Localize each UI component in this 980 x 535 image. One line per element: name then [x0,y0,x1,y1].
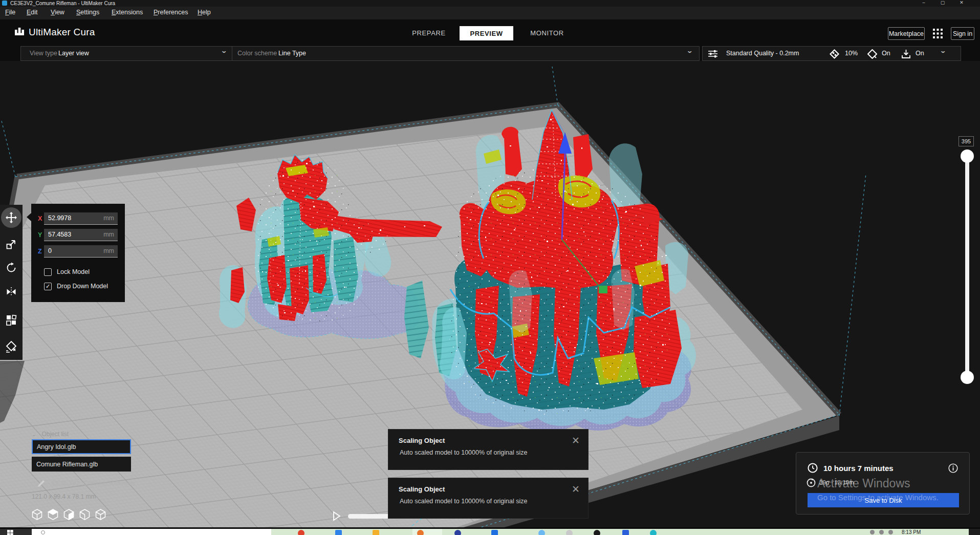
z-position-field[interactable]: 0 mm [44,245,118,258]
marketplace-button[interactable]: Marketplace [888,27,925,40]
edit-pencil-icon [37,479,46,487]
lock-model-row[interactable]: Lock Model [44,267,90,276]
taskbar-app-icon[interactable] [335,530,342,535]
tray-icon[interactable] [888,530,893,534]
apps-grid-icon[interactable] [932,28,943,39]
ultimaker-logo-icon [14,27,25,38]
toast-close-icon[interactable]: ✕ [572,483,580,495]
taskbar-app-icon[interactable] [650,530,657,535]
printer-name: CE3E3V2_Comune Rifleman [52,480,135,487]
scale-tool-button[interactable] [0,233,23,255]
taskbar-app-icon[interactable] [454,530,461,535]
support-icon [867,49,877,59]
view-type-value[interactable]: Layer view [58,50,89,57]
tab-prepare[interactable]: PREPARE [412,29,445,37]
view-toolbar: View type Layer view ⌄ Color scheme Line… [0,46,980,61]
drop-down-model-row[interactable]: ✓ Drop Down Model [44,282,108,291]
infill-value: 10% [845,50,858,57]
view-cube-icon[interactable] [78,508,91,521]
tool-strip [0,205,23,360]
view-cube-icon[interactable] [31,508,43,521]
move-tool-button[interactable] [0,206,23,229]
drop-down-model-checkbox[interactable]: ✓ [44,283,52,290]
toast-scaling-object-1: Scaling Object Auto scaled model to 1000… [388,429,589,470]
view-type-chevron-icon[interactable]: ⌄ [221,48,227,54]
toast-scaling-object-2: Scaling Object Auto scaled model to 1000… [388,478,589,519]
object-list-item-selected[interactable]: Angry Idol.glb [32,439,131,454]
taskbar-app-icon[interactable] [491,530,498,535]
tray-icon[interactable] [879,530,884,534]
material-spool-icon [807,478,816,487]
taskbar-app-icon[interactable] [538,530,545,535]
print-settings-bar[interactable]: Standard Quality - 0.2mm 10% On On ⌄ [702,46,961,61]
layer-slider-track[interactable] [965,154,969,379]
mirror-tool-button[interactable] [0,281,23,303]
color-scheme-value[interactable]: Line Type [278,50,306,57]
minimize-button[interactable]: – [916,0,931,5]
activate-windows-watermark: Activate Windows [817,477,910,490]
menu-file[interactable]: File [5,9,15,16]
view-cube-icon[interactable] [94,508,107,521]
menu-edit[interactable]: Edit [27,9,38,16]
view-options-bar: View type Layer view ⌄ Color scheme Line… [20,46,700,61]
menu-view[interactable]: View [51,9,64,16]
taskbar-search-input[interactable] [32,529,271,535]
taskbar-clock: 8:13 PM [902,529,921,535]
object-list-header[interactable]: ⌄ Object list [32,431,69,438]
per-model-settings-button[interactable] [0,309,23,331]
menu-help[interactable]: Help [198,9,211,16]
layer-slider-lower-handle[interactable] [961,371,974,384]
maximize-button[interactable]: ▢ [935,0,950,5]
tab-monitor[interactable]: MONITOR [530,29,563,37]
layer-number-badge: 395 [959,136,974,146]
brand-name: UltiMaker Cura [29,27,95,38]
taskbar-app-icon[interactable] [298,530,304,535]
print-settings-icon [708,50,717,58]
title-bar: CE3E3V2_Comune Rifleman - UltiMaker Cura… [0,0,980,7]
search-icon [41,530,45,534]
taskbar-app-icon[interactable] [594,530,600,535]
infill-icon [830,49,839,59]
support-blocker-button[interactable] [0,335,23,358]
drop-down-model-label: Drop Down Model [57,283,108,290]
play-icon[interactable] [333,511,341,521]
info-icon[interactable] [948,463,958,473]
lock-model-checkbox[interactable] [44,268,52,276]
menu-preferences[interactable]: Preferences [154,9,188,16]
y-position-field[interactable]: 57.4583 mm [44,229,118,241]
rotate-tool-button[interactable] [0,256,23,279]
layer-slider-upper-handle[interactable] [961,149,974,163]
view-type-label: View type [30,50,57,57]
x-position-field[interactable]: 52.9978 mm [44,212,118,225]
close-button[interactable]: ✕ [954,0,969,5]
activate-windows-watermark-sub: Go to Settings to activate Windows. [817,493,939,502]
show-desktop-button[interactable] [969,529,980,535]
view-cube-icon[interactable] [47,508,59,521]
app-icon [2,1,7,6]
taskbar-app-icon[interactable] [566,530,573,535]
object-list-item[interactable]: Comune Rifleman.glb [32,457,131,472]
x-axis-label: X [38,215,42,222]
color-scheme-label: Color scheme [237,50,277,57]
taskbar-app-icon[interactable] [373,530,379,535]
sign-in-button[interactable]: Sign in [951,27,974,40]
print-settings-chevron-icon[interactable]: ⌄ [940,48,946,54]
color-scheme-chevron-icon[interactable]: ⌄ [686,48,693,54]
clock-icon [808,463,818,473]
tab-preview[interactable]: PREVIEW [460,26,513,40]
printer-name-row[interactable]: CE3E3V2_Comune Rifleman [37,479,135,487]
menu-settings[interactable]: Settings [76,9,99,16]
support-value: On [882,50,890,57]
adhesion-icon [901,49,911,59]
start-button[interactable] [0,529,32,535]
print-time-estimate: 10 hours 7 minutes [823,464,894,473]
toast-close-icon[interactable]: ✕ [572,435,580,446]
lock-model-label: Lock Model [57,268,90,275]
move-panel: X 52.9978 mm Y 57.4583 mm Z 0 mm Lock Mo… [31,204,125,302]
view-cube-icon[interactable] [62,508,75,521]
taskbar-app-icon[interactable] [417,530,424,535]
menu-extensions[interactable]: Extensions [112,9,143,16]
taskbar-app-icon[interactable] [622,530,629,535]
gizmo-y-handle[interactable] [599,286,607,293]
tray-icon[interactable] [870,530,875,534]
